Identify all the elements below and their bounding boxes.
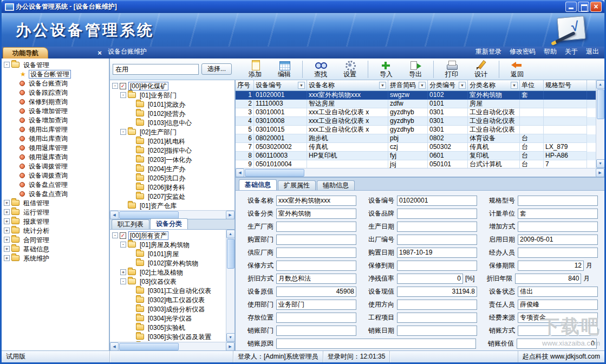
close-page-icon[interactable]: × xyxy=(96,49,103,57)
column-header[interactable]: 序号 xyxy=(236,80,254,90)
class-tree-item[interactable]: [0304]光学仪器 xyxy=(110,314,226,323)
class-tree-label[interactable]: [03]仪器仪表 xyxy=(138,277,178,286)
collapse-icon[interactable]: - xyxy=(112,232,118,238)
nav-tree-label[interactable]: 合同管理 xyxy=(22,236,51,244)
nav-tree-item[interactable]: 设备台账查询 xyxy=(2,79,109,88)
device-category-input[interactable]: 室外构筑物 xyxy=(276,209,356,219)
nav-tree-item[interactable]: +报废管理 xyxy=(2,217,109,226)
org-tree-item[interactable]: -[02]生产部门 xyxy=(110,127,234,136)
expand-icon[interactable]: + xyxy=(4,200,10,206)
scroll-up-icon[interactable]: ▲ xyxy=(596,80,605,89)
nav-tree-item[interactable]: +运行管理 xyxy=(2,207,109,217)
org-tree-label[interactable]: [0201]机电科 xyxy=(146,137,187,146)
column-header[interactable]: 设备编号▼ xyxy=(254,80,307,90)
column-header[interactable]: 分类编号▼ xyxy=(428,80,468,90)
nav-tree-label[interactable]: 设备台帐管理 xyxy=(29,70,71,79)
nav-tree-label[interactable]: 系统维护 xyxy=(22,254,51,263)
handler-input[interactable] xyxy=(518,248,598,258)
scroll-up-icon[interactable]: ▲ xyxy=(226,230,235,238)
class-tree-label[interactable]: [0304]光学仪器 xyxy=(146,314,193,323)
scrollbar-thumb[interactable] xyxy=(227,239,234,269)
nav-tree-label[interactable]: 设备调拨管理 xyxy=(27,162,69,171)
collapse-icon[interactable]: - xyxy=(120,129,126,135)
writeoff-date-input[interactable] xyxy=(397,326,477,336)
nav-tree-item[interactable]: 领用出库管理 xyxy=(2,125,109,134)
org-tree-label[interactable]: [0202]指挥中心 xyxy=(146,146,193,155)
device-brand-input[interactable] xyxy=(397,209,477,219)
column-header[interactable]: 规格型号 xyxy=(544,80,587,90)
nav-tree-label[interactable]: 统计分析 xyxy=(22,226,51,235)
org-tree-label[interactable]: [0207]安监处 xyxy=(146,192,187,201)
relogin-link[interactable]: 重新登录 xyxy=(475,47,501,56)
purchase-date-input[interactable]: 1987-10-19 xyxy=(397,248,477,258)
responsible-person-input[interactable]: 薛俊峰 xyxy=(518,300,598,310)
usage-direction-input[interactable] xyxy=(397,300,477,310)
settings-button[interactable]: 设置 xyxy=(336,60,364,78)
nav-tree-item[interactable]: 领用退库管理 xyxy=(2,143,109,152)
funding-source-input[interactable]: 专项资金 xyxy=(518,313,598,323)
collapse-icon[interactable]: - xyxy=(120,242,126,248)
expand-icon[interactable]: + xyxy=(4,237,10,243)
device-status-input[interactable]: 借出 xyxy=(518,287,598,297)
class-tree-item[interactable]: [0101]房屋 xyxy=(110,249,226,258)
residual-rate-input[interactable]: 0 xyxy=(397,274,463,284)
add-button[interactable]: 添加 xyxy=(241,60,269,78)
class-tree-label[interactable]: [0303]成份分析仪器 xyxy=(146,305,206,314)
factory-no-input[interactable] xyxy=(397,235,477,245)
table-row[interactable]: 8060110003HP复印机fyj0601复印机台HP-A86 xyxy=(236,152,596,160)
class-tree-item[interactable]: +[02]土地及植物 xyxy=(110,268,226,277)
expand-icon[interactable]: + xyxy=(4,246,10,252)
collapse-icon[interactable]: - xyxy=(112,83,118,89)
nav-tree-label[interactable]: 运行管理 xyxy=(22,208,51,217)
nav-tree-label[interactable]: 设备台账查询 xyxy=(27,79,69,88)
device-name-input[interactable]: xxx室外构筑物xxx xyxy=(276,196,356,206)
writeoff-dept-input[interactable] xyxy=(276,326,356,336)
scrollbar-thumb[interactable] xyxy=(119,343,179,350)
writeoff-reason-input[interactable] xyxy=(276,339,476,349)
using-dept-input[interactable]: 业务部门 xyxy=(276,300,356,310)
org-tree-label[interactable]: [01]资产仓库 xyxy=(138,202,178,210)
nav-tree-label[interactable]: 领用出库管理 xyxy=(27,125,69,134)
class-tree-item[interactable]: [0301]工业自动化仪表 xyxy=(110,286,226,295)
table-row[interactable]: 70503020002传真机czj050302传真机台LX_879 xyxy=(236,143,596,152)
nav-tree-label[interactable]: 设备盘点查询 xyxy=(27,190,69,198)
org-tree-label[interactable]: [00]神化煤矿 xyxy=(128,82,168,90)
class-tree-label[interactable]: [0305]实验机 xyxy=(146,323,187,332)
class-tree-item[interactable]: [0306]实验仪器及装置 xyxy=(110,332,226,341)
production-date-input[interactable] xyxy=(397,222,477,232)
device-code-input[interactable]: 01020001 xyxy=(397,196,477,206)
scrollbar-thumb[interactable] xyxy=(597,89,604,119)
nav-tree-item[interactable]: 设备盘点查询 xyxy=(2,189,109,198)
class-tree-label[interactable]: [01]房屋及构筑物 xyxy=(138,240,191,249)
nav-tree-label[interactable]: 领用退库查询 xyxy=(27,153,69,161)
nav-panel-tab[interactable]: 功能导航 xyxy=(3,47,48,58)
grid-hscrollbar[interactable]: ◀ ▶ xyxy=(236,168,604,177)
org-tree-label[interactable]: [0204]生产办 xyxy=(146,165,187,173)
table-row[interactable]: 503010015xxx工业自动化仪表 xgyzdhyb0301工业自动化仪表 xyxy=(236,126,596,134)
org-tree-item[interactable]: [0103]信息中心 xyxy=(110,118,234,127)
class-tree-item[interactable]: [0305]实验机 xyxy=(110,323,226,332)
status-filter-input[interactable]: 在用 xyxy=(113,64,199,75)
nav-tree-label[interactable]: 设备跟踪查询 xyxy=(27,88,69,97)
filter-dropdown-icon[interactable]: ▼ xyxy=(298,82,305,89)
org-tree-item[interactable]: [0102]经营办 xyxy=(110,109,234,118)
grid-vscrollbar[interactable]: ▲ ▼ xyxy=(596,80,604,168)
purchase-dept-input[interactable] xyxy=(276,235,356,245)
enable-date-input[interactable]: 2009-05-01 xyxy=(518,235,598,245)
table-row[interactable]: 90501010004jsj050101台式计算机台7 xyxy=(236,160,596,168)
nav-tree-item[interactable]: 设备盘点管理 xyxy=(2,180,109,189)
org-tree-item[interactable]: -✓[00]神化煤矿 xyxy=(110,81,234,90)
nav-tree-item[interactable]: 设备调拨查询 xyxy=(2,171,109,180)
project-input[interactable] xyxy=(397,313,477,323)
table-row[interactable]: 303010001xxx工业自动化仪表 xgyzdhyb0301工业自动化仪表 xyxy=(236,108,596,117)
depreciation-years-input[interactable]: 840 xyxy=(515,274,581,284)
org-tree-item[interactable]: [01]资产仓库 xyxy=(110,201,234,210)
scrollbar-thumb[interactable] xyxy=(245,169,304,177)
nav-tree-item[interactable]: +基础信息 xyxy=(2,244,109,253)
current-value-input[interactable]: 31194.8 xyxy=(397,287,477,297)
edit-button[interactable]: 编辑 xyxy=(270,60,298,78)
close-button[interactable]: × xyxy=(590,2,602,12)
org-tree-item[interactable]: [0206]财务科 xyxy=(110,183,234,192)
filter-dropdown-icon[interactable]: ▼ xyxy=(511,82,518,89)
table-row[interactable]: 101020001xxx室外构筑物xxxswgzw0102室外构筑物套 xyxy=(236,91,596,100)
